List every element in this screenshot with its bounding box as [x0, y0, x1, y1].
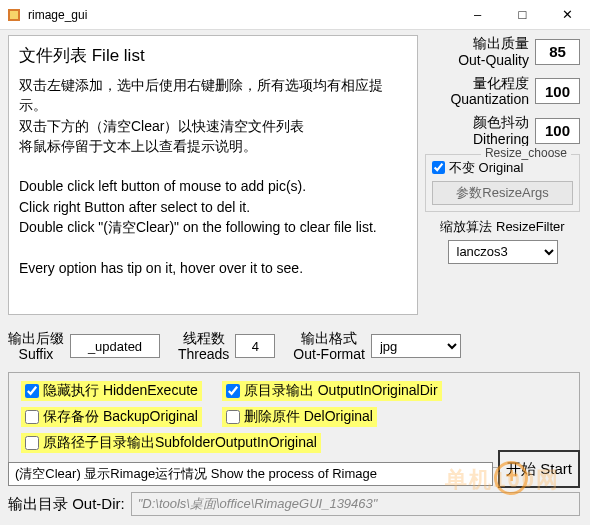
resize-group: Resize_choose 不变 Original 参数ResizeArgs — [425, 154, 580, 212]
threads-label: 线程数Threads — [178, 330, 229, 362]
close-button[interactable]: ✕ — [545, 0, 590, 30]
app-icon — [6, 7, 22, 23]
out-dir-input[interactable]: "D:\tools\桌面\office\RimageGUI_139463" — [131, 492, 580, 516]
quantization-input[interactable]: 100 — [535, 78, 580, 104]
dithering-label: 颜色抖动Dithering — [425, 114, 529, 148]
titlebar: rimage_gui – □ ✕ — [0, 0, 590, 30]
out-dir-row: 输出目录 Out-Dir: "D:\tools\桌面\office\Rimage… — [8, 492, 580, 516]
hidden-execute-checkbox[interactable]: 隐藏执行 HiddenExecute — [21, 381, 202, 401]
quality-label: 输出质量Out-Quality — [425, 35, 529, 69]
out-format-select[interactable]: jpg — [371, 334, 461, 358]
checkbox-group: 隐藏执行 HiddenExecute 原目录输出 OutputInOrigina… — [8, 372, 580, 468]
right-panel: 输出质量Out-Quality 85 量化程度Quantization 100 … — [425, 35, 580, 264]
suffix-label: 输出后缀Suffix — [8, 330, 64, 362]
window-title: rimage_gui — [28, 8, 455, 22]
out-format-label: 输出格式Out-Format — [293, 330, 365, 362]
resize-group-legend: Resize_choose — [481, 146, 571, 160]
del-original-checkbox[interactable]: 删除原件 DelOriginal — [222, 407, 377, 427]
resize-args-button[interactable]: 参数ResizeArgs — [432, 181, 573, 205]
svg-rect-1 — [10, 11, 18, 19]
dithering-input[interactable]: 100 — [535, 118, 580, 144]
threads-input[interactable] — [235, 334, 275, 358]
backup-original-checkbox[interactable]: 保存备份 BackupOriginal — [21, 407, 202, 427]
quantization-label: 量化程度Quantization — [425, 75, 529, 109]
mid-options-row: 输出后缀Suffix 线程数Threads 输出格式Out-Format jpg — [8, 322, 580, 370]
out-dir-label: 输出目录 Out-Dir: — [8, 495, 125, 514]
minimize-button[interactable]: – — [455, 0, 500, 30]
subfolder-output-checkbox[interactable]: 原路径子目录输出SubfolderOutputInOriginal — [21, 433, 321, 453]
resize-unchanged-label: 不变 Original — [449, 159, 523, 177]
suffix-input[interactable] — [70, 334, 160, 358]
file-list-box[interactable]: 文件列表 File list 双击左键添加，选中后使用右键删除，所有选项均有相应… — [8, 35, 418, 315]
process-display[interactable]: (清空Clear) 显示Rimage运行情况 Show the process … — [8, 462, 493, 486]
file-list-help-text: 双击左键添加，选中后使用右键删除，所有选项均有相应提示。 双击下方的（清空Cle… — [19, 75, 407, 278]
file-list-title: 文件列表 File list — [19, 44, 407, 67]
output-original-dir-checkbox[interactable]: 原目录输出 OutputInOriginalDir — [222, 381, 442, 401]
start-button[interactable]: 开始 Start — [498, 450, 580, 488]
maximize-button[interactable]: □ — [500, 0, 545, 30]
quality-input[interactable]: 85 — [535, 39, 580, 65]
resize-filter-select[interactable]: lanczos3 — [448, 240, 558, 264]
resize-filter-label: 缩放算法 ResizeFilter — [425, 218, 580, 236]
resize-unchanged-check-input[interactable] — [432, 161, 445, 174]
resize-unchanged-checkbox[interactable]: 不变 Original — [432, 159, 573, 177]
